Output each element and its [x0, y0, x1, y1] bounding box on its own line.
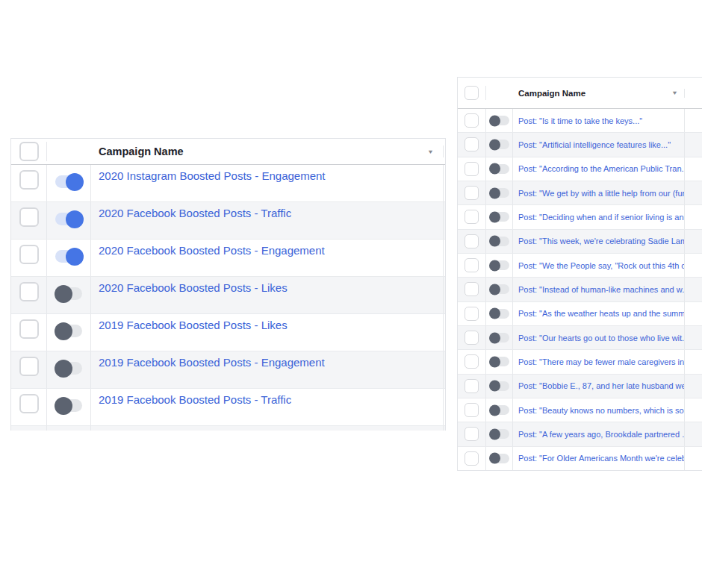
checkbox-cell [458, 109, 486, 132]
row-checkbox[interactable] [19, 245, 39, 264]
campaign-name-link[interactable]: Post: "According to the American Public … [518, 163, 684, 174]
table-row: 2019 Facebook Boosted Posts - Traffic [11, 389, 445, 426]
row-checkbox[interactable] [465, 258, 479, 272]
row-checkbox[interactable] [465, 186, 479, 200]
campaign-active-toggle[interactable] [490, 381, 509, 391]
campaign-name-cell: Post: "As the weather heats up and the s… [513, 302, 685, 325]
row-checkbox[interactable] [465, 210, 479, 224]
campaign-name-link[interactable]: Post: "Deciding when and if senior livin… [518, 212, 684, 222]
campaign-name-cell: Post: "We the People say, "Rock out this… [513, 254, 685, 277]
toggle-knob-icon [489, 308, 500, 319]
sort-caret-icon[interactable]: ▼ [427, 148, 434, 154]
campaign-active-toggle[interactable] [490, 140, 509, 149]
row-checkbox[interactable] [465, 162, 479, 176]
campaign-active-toggle[interactable] [55, 250, 82, 263]
campaign-name-link[interactable]: Post: "This week, we're celebrating Sadi… [518, 236, 684, 246]
checkbox-cell [458, 133, 486, 156]
spacer-cell [444, 351, 445, 388]
select-all-checkbox[interactable] [19, 142, 39, 161]
row-checkbox[interactable] [465, 331, 479, 345]
campaign-active-toggle[interactable] [490, 237, 509, 246]
select-all-checkbox[interactable] [465, 86, 479, 100]
campaign-active-toggle[interactable] [55, 175, 82, 188]
table-row: Post: "According to the American Public … [458, 157, 702, 181]
campaign-name-link[interactable]: Post: "Instead of human-like machines an… [518, 284, 684, 295]
campaign-name-link[interactable]: Post: "Beauty knows no numbers, which is… [518, 405, 684, 416]
toggle-knob-icon [489, 356, 500, 367]
campaign-active-toggle[interactable] [490, 309, 509, 319]
row-checkbox[interactable] [19, 357, 39, 376]
campaign-active-toggle[interactable] [55, 287, 82, 300]
spacer-cell [685, 230, 702, 253]
toggle-knob-icon [66, 210, 84, 228]
row-checkbox[interactable] [465, 427, 479, 441]
campaign-active-toggle[interactable] [55, 325, 82, 337]
campaign-active-toggle[interactable] [490, 284, 509, 294]
campaign-name-cell: 2020 Facebook Boosted Posts - Traffic [91, 202, 444, 239]
campaign-name-link[interactable]: 2019 Facebook Boosted Posts - Engagement [99, 355, 325, 370]
campaign-name-link[interactable]: Post: "Artificial intelligence features … [518, 140, 671, 150]
campaign-active-toggle[interactable] [490, 454, 509, 463]
campaign-name-cell: Post: "Artificial intelligence features … [513, 133, 685, 156]
campaign-active-toggle[interactable] [490, 260, 509, 270]
spacer-cell [685, 375, 702, 398]
row-checkbox[interactable] [19, 282, 39, 301]
campaign-name-link[interactable]: 2019 Facebook Boosted Posts - Likes [99, 318, 288, 333]
spacer-cell [685, 350, 702, 373]
row-checkbox[interactable] [465, 451, 479, 466]
campaign-active-toggle[interactable] [55, 399, 82, 412]
spacer-cell [685, 447, 702, 470]
row-checkbox[interactable] [465, 234, 479, 248]
sort-caret-icon[interactable]: ▼ [671, 90, 678, 96]
toggle-knob-icon [489, 211, 500, 222]
campaign-name-link[interactable]: 2020 Facebook Boosted Posts - Likes [99, 281, 288, 295]
campaign-active-toggle[interactable] [55, 213, 82, 225]
campaign-name-link[interactable]: 2019 Facebook Boosted Posts - Traffic [99, 392, 291, 407]
campaign-name-header-label: Campaign Name [518, 89, 585, 98]
table-row: Post: "Deciding when and if senior livin… [458, 205, 702, 229]
campaign-active-toggle[interactable] [490, 188, 509, 198]
campaign-name-link[interactable]: Post: "For Older Americans Month we're c… [518, 453, 684, 463]
checkbox-cell [11, 202, 47, 239]
campaign-active-toggle[interactable] [490, 405, 509, 415]
campaign-name-link[interactable]: Post: "Is it time to take the keys..." [518, 116, 642, 126]
table-row: Post: "There may be fewer male caregiver… [458, 350, 702, 374]
row-checkbox[interactable] [465, 379, 479, 393]
campaign-active-toggle[interactable] [490, 333, 509, 343]
toggle-knob-icon [489, 453, 500, 464]
row-checkbox[interactable] [19, 207, 39, 227]
campaign-active-toggle[interactable] [490, 116, 509, 125]
campaign-name-link[interactable]: 2020 Facebook Boosted Posts - Traffic [99, 206, 291, 221]
row-checkbox[interactable] [19, 394, 39, 413]
campaign-name-link[interactable]: 2020 Facebook Boosted Posts - Engagement [99, 243, 325, 258]
row-checkbox[interactable] [465, 403, 479, 417]
row-checkbox[interactable] [465, 113, 479, 128]
toggle-knob-icon [489, 284, 500, 295]
row-checkbox[interactable] [465, 282, 479, 296]
campaign-active-toggle[interactable] [490, 212, 509, 222]
campaign-name-column-header[interactable]: Campaign Name ▼ [91, 146, 444, 157]
campaign-name-link[interactable]: 2020 Instagram Boosted Posts - Engagemen… [99, 169, 326, 184]
campaign-active-toggle[interactable] [55, 362, 82, 375]
row-checkbox[interactable] [19, 170, 39, 190]
toggle-knob-icon [489, 187, 500, 198]
campaign-name-link[interactable]: Post: "As the weather heats up and the s… [518, 308, 684, 319]
row-checkbox[interactable] [465, 137, 479, 151]
checkbox-cell [11, 277, 47, 313]
campaign-name-link[interactable]: Post: "We the People say, "Rock out this… [518, 260, 684, 271]
campaign-name-link[interactable]: Post: "We get by with a little help from… [518, 188, 684, 198]
campaign-active-toggle[interactable] [490, 429, 509, 439]
campaign-active-toggle[interactable] [490, 357, 509, 366]
campaign-name-column-header[interactable]: Campaign Name ▼ [513, 89, 685, 98]
campaign-name-link[interactable]: Post: "Our hearts go out to those who li… [518, 333, 684, 343]
campaign-name-link[interactable]: Post: "Bobbie E., 87, and her late husba… [518, 381, 684, 391]
row-checkbox[interactable] [465, 354, 479, 369]
row-checkbox[interactable] [465, 307, 479, 321]
campaign-name-link[interactable]: Post: "A few years ago, Brookdale partne… [518, 429, 684, 440]
campaign-name-cell: Post: "Instead of human-like machines an… [513, 278, 685, 301]
campaign-active-toggle[interactable] [490, 164, 509, 174]
row-checkbox[interactable] [19, 319, 39, 339]
campaign-name-link[interactable]: Post: "There may be fewer male caregiver… [518, 357, 684, 367]
campaign-name-cell: 2019 Facebook Boosted Posts - Traffic [91, 389, 444, 425]
checkbox-cell [458, 181, 486, 204]
